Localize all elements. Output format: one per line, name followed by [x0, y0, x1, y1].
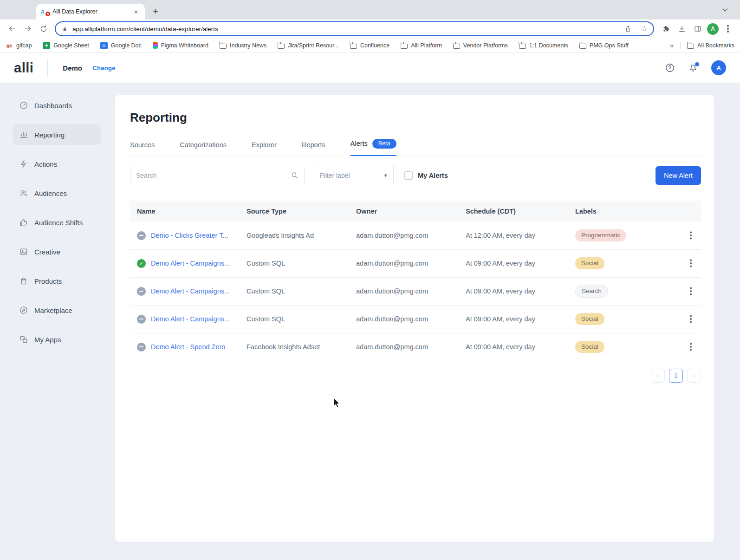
sidebar-item-icon: [19, 189, 28, 198]
bookmark-item[interactable]: Alli Platform: [401, 42, 442, 49]
bookmark-icon: [401, 44, 408, 49]
new-alert-button[interactable]: New Alert: [656, 166, 701, 185]
bookmark-item[interactable]: gifcap: [6, 42, 32, 49]
bookmark-item[interactable]: Google Sheet: [43, 42, 89, 49]
row-menu-icon[interactable]: [684, 285, 697, 298]
bookmark-star-icon[interactable]: ☆: [638, 23, 650, 35]
alert-name-link[interactable]: Demo - Clicks Greater T...: [151, 232, 228, 239]
all-bookmarks-button[interactable]: All Bookmarks: [687, 42, 734, 49]
next-page-button[interactable]: ›: [687, 369, 701, 383]
new-tab-button[interactable]: +: [149, 5, 162, 19]
tab-close-icon[interactable]: ×: [132, 7, 140, 16]
row-menu-icon[interactable]: [684, 257, 697, 270]
schedule-cell: At 12:00 AM, every day: [466, 232, 575, 239]
table-row: Demo Alert - Campaigns... Custom SQL ada…: [130, 250, 701, 278]
bookmark-item[interactable]: PMG Ops Stuff: [579, 42, 629, 49]
header-divider: [47, 59, 48, 77]
schedule-cell: At 09:00 AM, every day: [466, 260, 575, 267]
reload-button[interactable]: [36, 21, 51, 36]
sidebar-item[interactable]: Products: [13, 271, 101, 291]
report-tab-label: Reports: [302, 141, 325, 149]
alert-name-link[interactable]: Demo Alert - Campaigns...: [151, 315, 230, 323]
report-tab[interactable]: Explorer: [252, 141, 277, 156]
forward-button[interactable]: [20, 21, 35, 36]
bookmark-icon: [278, 44, 285, 49]
owner-cell: adam.dutton@pmg.com: [356, 260, 466, 267]
bookmark-item[interactable]: 1:1 Documents: [519, 42, 568, 49]
current-page-button[interactable]: 1: [669, 369, 683, 383]
alli-logo[interactable]: alli: [14, 60, 33, 76]
alert-status-icon: [137, 259, 146, 268]
page-title: Reporting: [130, 111, 701, 125]
bookmark-label: Industry News: [230, 42, 266, 49]
bookmark-label: Google Sheet: [53, 42, 89, 49]
search-box[interactable]: [130, 166, 305, 185]
label-pill: Social: [575, 257, 604, 269]
owner-cell: adam.dutton@pmg.com: [356, 343, 466, 351]
sidebar-item[interactable]: Actions: [13, 154, 101, 174]
url-text[interactable]: app.alliplatform.com/client/demo/data-ex…: [72, 26, 618, 33]
sidebar-item-icon: [19, 306, 28, 315]
bookmark-item[interactable]: Vendor Platforms: [453, 42, 508, 49]
my-alerts-checkbox[interactable]: [404, 171, 413, 180]
search-icon: [291, 171, 299, 179]
prev-page-button[interactable]: ‹: [651, 369, 665, 383]
bookmark-item[interactable]: Industry News: [220, 42, 266, 49]
change-client-link[interactable]: Change: [92, 65, 116, 72]
sidebar-item[interactable]: Audiences: [13, 183, 101, 203]
sidebar-item[interactable]: Dashboards: [13, 95, 101, 116]
bookmark-icon: [153, 42, 158, 49]
column-header-name: Name: [137, 208, 247, 215]
sidebar-item[interactable]: Creative: [13, 241, 101, 262]
report-tab[interactable]: Reports: [302, 141, 325, 156]
share-icon[interactable]: [622, 23, 634, 35]
report-tab[interactable]: Categorizations: [180, 141, 227, 156]
report-tab[interactable]: Sources: [130, 141, 155, 156]
row-menu-icon[interactable]: [684, 313, 697, 326]
sidebar-item[interactable]: Marketplace: [13, 300, 101, 320]
column-header-owner: Owner: [356, 208, 466, 215]
bookmark-icon: [453, 44, 460, 49]
report-tab[interactable]: Alerts Beta: [351, 139, 396, 156]
user-avatar[interactable]: A: [711, 60, 726, 75]
alert-name-link[interactable]: Demo Alert - Campaigns...: [151, 260, 230, 267]
schedule-cell: At 09:00 AM, every day: [466, 343, 575, 351]
browser-tab[interactable]: a 5 Alli Data Explorer ×: [36, 4, 145, 20]
extensions-icon[interactable]: [659, 21, 674, 36]
bookmark-item[interactable]: Jira/Sprint Resour...: [278, 42, 339, 49]
search-input[interactable]: [136, 172, 291, 179]
bookmark-item[interactable]: Figma Whiteboard: [153, 42, 208, 49]
bookmark-label: gifcap: [16, 42, 32, 49]
sidebar-item[interactable]: Audience Shifts: [13, 212, 101, 233]
my-alerts-toggle[interactable]: My Alerts: [404, 171, 448, 180]
bookmark-label: Alli Platform: [411, 42, 442, 49]
sidebar-nav: Dashboards Reporting Actions Audiences A…: [0, 83, 115, 358]
notifications-bell-icon[interactable]: [688, 63, 698, 73]
url-bar[interactable]: app.alliplatform.com/client/demo/data-ex…: [55, 21, 654, 36]
alert-name-link[interactable]: Demo Alert - Spend Zero: [151, 343, 225, 351]
filter-label-dropdown[interactable]: Filter label ▼: [314, 166, 394, 185]
tabstrip-chevron-icon[interactable]: [720, 4, 731, 15]
browser-profile-avatar[interactable]: A: [707, 23, 719, 35]
row-menu-icon[interactable]: [684, 229, 697, 242]
row-menu-icon[interactable]: [684, 340, 697, 353]
page-body: Dashboards Reporting Actions Audiences A…: [0, 83, 740, 560]
alert-status-icon: [137, 343, 146, 352]
back-button[interactable]: [5, 21, 19, 36]
help-icon[interactable]: [665, 63, 675, 73]
schedule-cell: At 09:00 AM, every day: [466, 287, 575, 295]
table-header-row: Name Source Type Owner Schedule (CDT) La…: [130, 201, 701, 222]
sidebar-item-label: Reporting: [34, 131, 65, 139]
all-bookmarks-label: All Bookmarks: [697, 42, 734, 49]
alert-name-link[interactable]: Demo Alert - Campaigns...: [151, 287, 230, 295]
side-panel-icon[interactable]: [690, 21, 705, 36]
browser-menu-icon[interactable]: [721, 21, 735, 36]
bookmarks-overflow-chevron[interactable]: »: [670, 41, 674, 49]
table-row: Demo - Clicks Greater T... Googleads Ins…: [130, 222, 701, 250]
sidebar-item[interactable]: Reporting: [13, 124, 101, 145]
downloads-icon[interactable]: [675, 21, 689, 36]
bookmark-item[interactable]: Google Doc: [100, 42, 142, 49]
sidebar-item[interactable]: My Apps: [13, 329, 101, 350]
lock-icon: [61, 26, 68, 33]
bookmark-item[interactable]: Confluence: [350, 42, 389, 49]
